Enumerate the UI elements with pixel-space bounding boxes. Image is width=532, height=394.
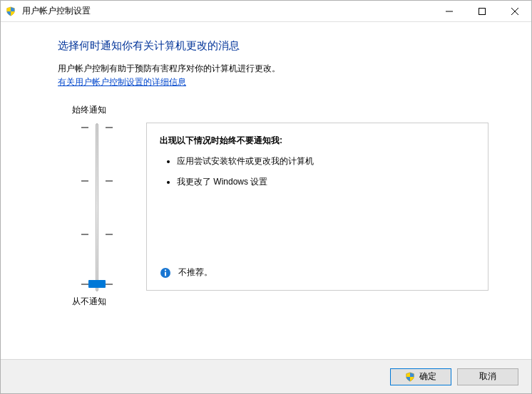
title-bar: 用户帐户控制设置: [1, 1, 531, 22]
slider-top-label: 始终通知: [58, 104, 106, 116]
panel-title: 出现以下情况时始终不要通知我:: [160, 135, 475, 147]
recommendation-row: 不推荐。: [160, 266, 213, 279]
panel-bullet: 我更改了 Windows 设置: [177, 176, 475, 188]
content-area: 选择何时通知你有关计算机更改的消息 用户帐户控制有助于预防有害程序对你的计算机进…: [1, 22, 531, 359]
svg-point-6: [165, 269, 166, 271]
slider-track: [96, 123, 98, 291]
page-heading: 选择何时通知你有关计算机更改的消息: [58, 39, 488, 53]
slider-tick: [106, 234, 113, 235]
window-controls: [433, 1, 531, 21]
slider-tick: [81, 180, 88, 182]
ok-button[interactable]: 确定: [390, 368, 451, 385]
panel-bullet-list: 应用尝试安装软件或更改我的计算机 我更改了 Windows 设置: [160, 155, 475, 197]
slider-tick: [106, 180, 113, 182]
slider-thumb[interactable]: [88, 280, 106, 288]
slider-tick: [81, 127, 88, 128]
cancel-button[interactable]: 取消: [457, 368, 518, 385]
svg-rect-5: [165, 271, 166, 276]
notification-panel: 出现以下情况时始终不要通知我: 应用尝试安装软件或更改我的计算机 我更改了 Wi…: [146, 123, 488, 291]
svg-rect-1: [479, 8, 486, 14]
uac-shield-icon: [1, 6, 21, 16]
help-link[interactable]: 有关用户帐户控制设置的详细信息: [58, 76, 186, 88]
slider-tick: [81, 234, 88, 235]
ok-button-label: 确定: [419, 370, 436, 383]
dialog-footer: 确定 取消: [1, 359, 531, 393]
minimize-button[interactable]: [433, 1, 466, 21]
recommendation-text: 不推荐。: [178, 266, 213, 279]
panel-bullet: 应用尝试安装软件或更改我的计算机: [177, 155, 475, 167]
page-description: 用户帐户控制有助于预防有害程序对你的计算机进行更改。: [58, 63, 488, 75]
slider-tick: [81, 284, 88, 285]
close-button[interactable]: [498, 1, 531, 21]
maximize-button[interactable]: [466, 1, 498, 21]
slider-bottom-label: 从不通知: [58, 296, 106, 308]
info-icon: [160, 267, 171, 279]
slider-tick: [106, 284, 113, 285]
window-title: 用户帐户控制设置: [21, 5, 433, 17]
slider-tick: [106, 127, 113, 128]
notification-slider[interactable]: [76, 123, 118, 291]
uac-shield-icon: [405, 372, 415, 382]
cancel-button-label: 取消: [479, 370, 496, 383]
